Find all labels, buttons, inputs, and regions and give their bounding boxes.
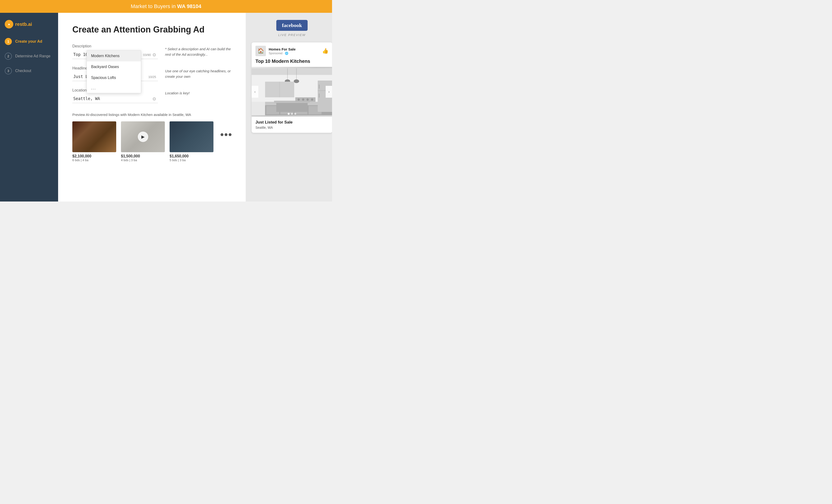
sidebar-item-create-ad[interactable]: 1 Create your Ad <box>5 38 53 45</box>
svg-rect-19 <box>319 85 319 89</box>
listing-img-1 <box>72 122 116 152</box>
logo: ● restb.ai <box>5 20 53 28</box>
svg-rect-20 <box>319 94 319 98</box>
listing-price-3: $1,650,000 <box>170 154 213 158</box>
dot-1 <box>220 133 224 136</box>
dropdown-item-modern-kitchens[interactable]: Modern Kitchens <box>87 51 141 61</box>
listing-img-2: ▶ <box>121 122 165 152</box>
location-input[interactable] <box>72 94 158 103</box>
svg-point-22 <box>298 98 300 101</box>
description-label: Description <box>72 44 158 48</box>
step-number-1: 1 <box>5 38 12 45</box>
svg-point-14 <box>294 79 299 83</box>
fb-listing-title: Just Listed for Sale <box>255 120 329 125</box>
top-bar: Market to Buyers in WA 98104 <box>0 0 332 13</box>
fb-headline: Top 10 Modern Kitchens <box>252 58 332 67</box>
fb-sponsored: Sponsored · 🌐 <box>269 52 319 55</box>
content-area: Create an Attention Grabbing Ad Descript… <box>58 13 246 202</box>
description-char-count: 03/90 <box>143 53 151 56</box>
fb-card-footer: Just Listed for Sale Seattle, WA <box>252 117 332 133</box>
description-row: Description ⊙ 03/90 Modern Kitchens Back… <box>72 44 232 59</box>
fb-carousel-dots <box>288 113 296 115</box>
sidebar-item-ad-range[interactable]: 2 Determine Ad Range <box>5 53 53 60</box>
logo-text: restb.ai <box>15 22 32 27</box>
svg-point-25 <box>311 98 313 101</box>
facebook-logo-text: facebook <box>282 22 302 28</box>
more-listings-indicator <box>218 122 232 136</box>
description-dropdown-icon[interactable]: ⊙ <box>153 52 156 57</box>
svg-rect-1 <box>252 68 332 75</box>
step-label-2: Determine Ad Range <box>15 54 51 58</box>
headline-hint: Use one of our eye catching headlines, o… <box>165 66 232 79</box>
topbar-text: Market to Buyers in <box>131 3 177 9</box>
svg-point-24 <box>306 98 309 101</box>
fb-dot-1 <box>288 113 290 115</box>
fb-dot-2 <box>291 113 293 115</box>
step-number-3: 3 <box>5 67 12 75</box>
fb-prev-button[interactable]: ‹ <box>252 86 258 98</box>
step-number-2: 2 <box>5 53 12 60</box>
play-button[interactable]: ▶ <box>138 132 148 142</box>
listing-card-1[interactable]: $2,100,000 6 bds | 4 ba <box>72 122 116 162</box>
svg-point-23 <box>302 98 304 101</box>
svg-rect-10 <box>276 103 308 112</box>
right-panel: facebook LIVE PREVIEW 🏠 Homes For Sale S… <box>246 13 332 202</box>
facebook-card-preview: 🏠 Homes For Sale Sponsored · 🌐 👍 Top 10 … <box>252 43 332 133</box>
fb-next-button[interactable]: › <box>326 86 332 98</box>
fb-card-header: 🏠 Homes For Sale Sponsored · 🌐 👍 <box>252 43 332 58</box>
fb-dot-3 <box>294 113 296 115</box>
listing-grid: $2,100,000 6 bds | 4 ba ▶ $1,500,000 4 b… <box>72 122 232 162</box>
dot-2 <box>225 133 228 136</box>
dropdown-more-item[interactable]: ... <box>87 83 141 93</box>
listing-card-3[interactable]: $1,650,000 5 bds | 3 ba <box>170 122 213 162</box>
preview-section: Preview AI-discovered listings with Mode… <box>72 113 232 162</box>
listing-price-1: $2,100,000 <box>72 154 116 158</box>
kitchen-illustration <box>252 67 332 117</box>
description-dropdown: Modern Kitchens Backyard Oases Spacious … <box>86 50 141 93</box>
listing-details-2: 4 bds | 3 ba <box>121 158 165 162</box>
listing-details-3: 5 bds | 3 ba <box>170 158 213 162</box>
step-list: 1 Create your Ad 2 Determine Ad Range 3 … <box>5 38 53 75</box>
listing-img-3 <box>170 122 213 152</box>
location-hint: Location is key! <box>165 88 232 96</box>
page-title: Create an Attention Grabbing Ad <box>72 25 232 35</box>
fb-avatar: 🏠 <box>255 46 266 56</box>
headline-char-count: 10/25 <box>148 75 156 78</box>
logo-icon: ● <box>5 20 13 28</box>
step-label-3: Checkout <box>15 69 31 73</box>
step-label-1: Create your Ad <box>15 39 42 44</box>
sidebar: ● restb.ai 1 Create your Ad 2 Determine … <box>0 13 58 202</box>
location-input-wrap: ⊙ <box>72 94 158 103</box>
topbar-location: WA 98104 <box>177 3 201 9</box>
dropdown-item-spacious-lofts[interactable]: Spacious Lofts <box>87 72 141 83</box>
sidebar-item-checkout[interactable]: 3 Checkout <box>5 67 53 75</box>
dropdown-item-backyard-oases[interactable]: Backyard Oases <box>87 61 141 72</box>
fb-card-title: Homes For Sale <box>269 47 319 51</box>
listing-price-2: $1,500,000 <box>121 154 165 158</box>
dot-3 <box>229 133 232 136</box>
live-preview-label: LIVE PREVIEW <box>278 33 306 37</box>
fb-like-button[interactable]: 👍 <box>322 48 329 54</box>
facebook-logo: facebook <box>276 20 308 31</box>
listing-details-1: 6 bds | 4 ba <box>72 158 116 162</box>
listing-card-2[interactable]: ▶ $1,500,000 4 bds | 3 ba <box>121 122 165 162</box>
preview-label: Preview AI-discovered listings with Mode… <box>72 113 232 117</box>
description-input-wrap: ⊙ 03/90 Modern Kitchens Backyard Oases S… <box>72 50 158 59</box>
location-dropdown-icon[interactable]: ⊙ <box>153 96 156 102</box>
fb-image: ‹ › <box>252 67 332 117</box>
fb-listing-location: Seattle, WA <box>255 126 329 129</box>
description-hint: * Select a description and AI can build … <box>165 44 232 57</box>
fb-card-info: Homes For Sale Sponsored · 🌐 <box>269 47 319 55</box>
